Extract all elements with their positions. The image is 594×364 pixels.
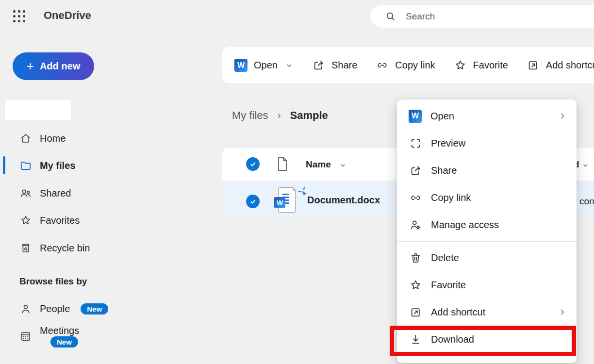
sidebar-item-people[interactable]: PeopleNew bbox=[0, 297, 116, 322]
menu-item-copy-link[interactable]: Copy link bbox=[397, 184, 577, 211]
link-icon bbox=[376, 59, 389, 72]
menu-item-download[interactable]: Download bbox=[397, 326, 577, 353]
file-name[interactable]: Document.docx bbox=[307, 195, 380, 206]
plus-icon: + bbox=[27, 60, 34, 72]
breadcrumb-my-files[interactable]: My files bbox=[232, 109, 268, 122]
folder-icon bbox=[19, 159, 32, 172]
sidebar-item-label: Home bbox=[40, 133, 66, 144]
second-column-sort-chevron-icon[interactable] bbox=[581, 161, 590, 169]
toolbar-open-button[interactable]: W Open bbox=[234, 59, 294, 72]
delete-icon bbox=[409, 251, 422, 265]
toolbar-share-button[interactable]: Share bbox=[312, 59, 357, 72]
word-document-file-icon: W bbox=[274, 187, 297, 215]
add-shortcut-icon bbox=[409, 306, 422, 319]
sidebar-item-shared[interactable]: Shared bbox=[0, 181, 116, 206]
app-launcher-waffle-icon[interactable] bbox=[13, 10, 26, 23]
sidebar-item-label: Shared bbox=[40, 188, 71, 199]
manage-access-icon bbox=[409, 218, 422, 232]
new-badge: New bbox=[50, 336, 78, 347]
people-icon bbox=[19, 187, 32, 199]
menu-item-preview[interactable]: Preview bbox=[397, 130, 577, 157]
breadcrumb: My files Sample bbox=[232, 109, 328, 122]
search-input[interactable] bbox=[406, 11, 561, 22]
file-context-menu: W Open Preview Share bbox=[397, 99, 577, 363]
command-toolbar: W Open Share Copy link bbox=[222, 47, 594, 83]
chevron-right-icon bbox=[558, 308, 567, 316]
preview-icon bbox=[409, 137, 422, 150]
app-title: OneDrive bbox=[44, 9, 91, 22]
star-icon bbox=[454, 59, 467, 72]
redacted-account-area bbox=[5, 100, 71, 120]
file-type-column-icon bbox=[276, 156, 289, 172]
sidebar-item-label: My files bbox=[40, 160, 75, 171]
chevron-down-icon bbox=[285, 61, 294, 70]
menu-item-delete[interactable]: Delete bbox=[397, 244, 577, 271]
search-bar[interactable] bbox=[370, 5, 594, 28]
browse-files-by-heading: Browse files by bbox=[19, 276, 87, 287]
menu-item-add-shortcut[interactable]: Add shortcut bbox=[397, 298, 577, 326]
calendar-icon bbox=[19, 330, 32, 343]
star-icon bbox=[409, 279, 422, 292]
chevron-right-icon bbox=[558, 112, 567, 120]
menu-item-favorite[interactable]: Favorite bbox=[397, 271, 577, 298]
person-icon bbox=[19, 303, 32, 315]
breadcrumb-current-folder: Sample bbox=[290, 109, 328, 122]
sidebar-item-home[interactable]: Home bbox=[0, 126, 116, 151]
sidebar-item-meetings[interactable]: MeetingsNew bbox=[0, 324, 116, 349]
toolbar-favorite-button[interactable]: Favorite bbox=[454, 59, 508, 72]
name-column-header[interactable]: Name bbox=[306, 159, 331, 170]
select-all-checkbox[interactable] bbox=[246, 157, 260, 171]
word-icon: W bbox=[234, 59, 248, 72]
star-icon bbox=[19, 214, 32, 227]
chevron-right-icon bbox=[276, 112, 283, 119]
word-icon: W bbox=[409, 110, 422, 123]
recycle-bin-icon bbox=[19, 242, 32, 254]
link-icon bbox=[409, 191, 422, 204]
sidebar-item-favorites[interactable]: Favorites bbox=[0, 208, 116, 233]
share-icon bbox=[409, 164, 422, 177]
download-icon bbox=[409, 333, 422, 346]
add-new-button[interactable]: + Add new bbox=[13, 52, 94, 80]
new-badge: New bbox=[81, 303, 108, 314]
row-selected-checkbox[interactable] bbox=[246, 195, 260, 208]
modified-time-fragment: cond bbox=[579, 196, 594, 207]
menu-item-manage-access[interactable]: Manage access bbox=[397, 211, 577, 238]
search-icon bbox=[385, 11, 396, 22]
add-new-label: Add new bbox=[40, 61, 80, 72]
menu-divider bbox=[397, 241, 577, 242]
sidebar-item-label: Favorites bbox=[40, 215, 80, 226]
home-icon bbox=[19, 132, 32, 145]
toolbar-add-shortcut-button[interactable]: Add shortcut bbox=[527, 59, 594, 72]
sidebar-item-label: Recycle bin bbox=[40, 243, 90, 254]
menu-item-open[interactable]: W Open bbox=[397, 102, 577, 130]
sidebar-item-label: PeopleNew bbox=[40, 303, 108, 315]
share-icon bbox=[312, 59, 325, 72]
sidebar-item-label: MeetingsNew bbox=[40, 325, 116, 348]
onedrive-app-window: OneDrive + Add new Home My files bbox=[0, 0, 594, 364]
name-sort-chevron-icon[interactable] bbox=[339, 161, 347, 169]
menu-item-share[interactable]: Share bbox=[397, 157, 577, 184]
add-shortcut-icon bbox=[527, 59, 540, 72]
toolbar-copy-link-button[interactable]: Copy link bbox=[376, 59, 435, 72]
sidebar-item-recycle-bin[interactable]: Recycle bin bbox=[0, 235, 116, 261]
sidebar-item-my-files[interactable]: My files bbox=[0, 153, 116, 178]
